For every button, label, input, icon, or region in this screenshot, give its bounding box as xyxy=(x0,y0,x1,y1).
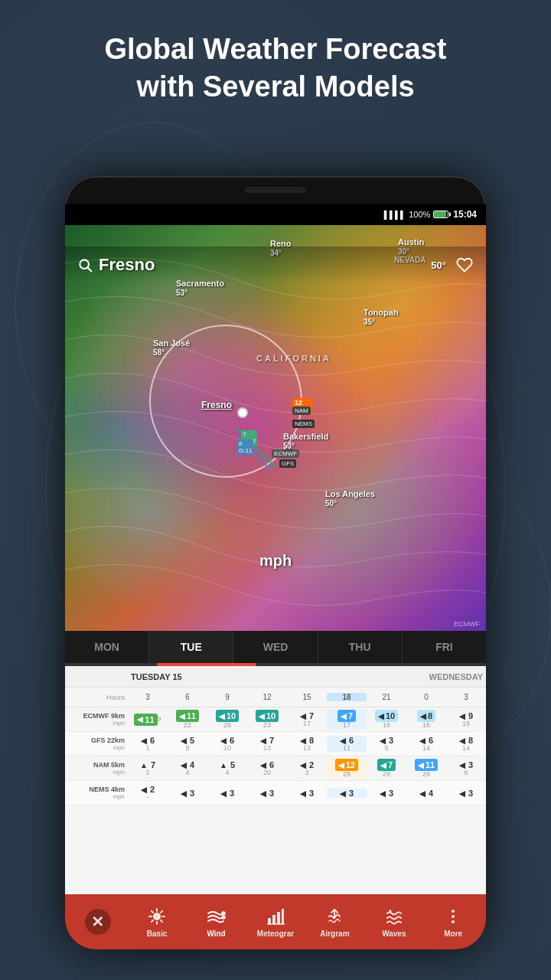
hour-15: 15 xyxy=(287,693,327,701)
ecmwf-label: ECMWF 9km mph xyxy=(65,712,128,727)
hour-21: 21 xyxy=(367,693,406,701)
gfs-cell-3: ◀ 713 xyxy=(247,736,287,752)
nav-close[interactable]: ✕ xyxy=(68,903,127,941)
nam-cell-6: ◀ 729 xyxy=(367,759,406,778)
nav-meteograr[interactable]: Meteograr xyxy=(246,900,305,944)
date-tuesday: TUESDAY 15 xyxy=(128,672,307,681)
ecmwf-cell-6: ◀ 1016 xyxy=(367,710,406,729)
data-table[interactable]: TUESDAY 15 WEDNESDAY Hours 3 6 9 12 15 1… xyxy=(65,666,486,894)
ecmwf-cell-7: ◀ 816 xyxy=(406,710,446,729)
nems-cell-0: ◀ 2- xyxy=(128,785,168,801)
svg-rect-22 xyxy=(268,918,271,924)
nam-cell-8: ◀ 36 xyxy=(446,760,486,776)
battery-percent: 100% xyxy=(409,210,430,219)
scroll-indicator xyxy=(65,663,486,666)
tab-thu[interactable]: THU xyxy=(318,631,403,663)
ecmwf-cell-5: ◀ 717 xyxy=(327,710,367,729)
nems-cell-4: ◀ 3 xyxy=(287,789,327,798)
model-tag-nems: NEMS xyxy=(292,415,315,429)
tab-wed[interactable]: WED xyxy=(233,631,318,663)
gfs-cell-2: ◀ 610 xyxy=(207,736,247,752)
hour-18: 18 xyxy=(327,693,367,701)
svg-point-11 xyxy=(153,913,161,920)
svg-rect-23 xyxy=(272,915,276,924)
nems-cell-2: ◀ 3 xyxy=(207,789,247,798)
nam-label: NAM 5km mph xyxy=(65,761,128,776)
svg-line-6 xyxy=(87,267,91,271)
battery-icon xyxy=(433,211,448,218)
nems-cell-6: ◀ 3 xyxy=(367,789,406,798)
nems-cell-3: ◀ 3 xyxy=(247,789,287,798)
status-bar: ▌▌▌▌ 100% 15:04 xyxy=(65,204,486,225)
nav-more[interactable]: More xyxy=(424,900,483,944)
svg-line-17 xyxy=(161,920,162,922)
day-tabs: MON TUE WED THU FRI xyxy=(65,631,486,663)
model-tags: NAM xyxy=(292,407,311,415)
nems-cell-5: ◀ 3 xyxy=(327,789,367,798)
svg-line-16 xyxy=(152,911,153,913)
svg-rect-25 xyxy=(282,909,284,924)
phone-frame: ▌▌▌▌ 100% 15:04 xyxy=(65,176,486,949)
nav-meteograr-label: Meteograr xyxy=(257,929,294,938)
tab-fri[interactable]: FRI xyxy=(403,631,486,663)
hour-0: 0 xyxy=(406,693,446,701)
city-losangeles: Los Angeles50° xyxy=(325,489,375,508)
nav-waves-label: Waves xyxy=(382,929,406,938)
city-name-label: Fresno xyxy=(99,255,431,275)
svg-rect-24 xyxy=(277,912,280,924)
svg-point-30 xyxy=(452,920,455,923)
svg-line-19 xyxy=(152,920,153,922)
nam-cell-3: ◀ 620 xyxy=(247,760,287,776)
speed-unit: mph xyxy=(259,552,292,570)
nam-cell-7: ◀ 1129 xyxy=(406,759,446,778)
waves-icon xyxy=(383,906,405,927)
ecmwf-row: ECMWF 9km mph ◀ 11 9 ◀ 1122 ◀ 1026 ◀ 102… xyxy=(65,707,486,732)
bottom-nav: ✕ Basic xyxy=(65,894,486,949)
nems-cell-8: ◀ 3 xyxy=(446,789,486,798)
nems-cell-7: ◀ 4 xyxy=(406,789,446,798)
svg-line-18 xyxy=(161,911,162,913)
tag-ecmwf: ECMWF xyxy=(272,449,299,458)
time-display: 15:04 xyxy=(453,209,477,220)
top-bar: Fresno 50° xyxy=(65,247,486,283)
gfs-cell-0: ◀ 61 xyxy=(128,736,168,752)
gfs-row: GFS 22km mph ◀ 61 ◀ 58 ◀ 610 ◀ 713 ◀ 813… xyxy=(65,732,486,756)
nav-airgram[interactable]: Airgram xyxy=(305,900,364,944)
svg-point-28 xyxy=(452,910,455,913)
city-tonopah: Tonopah35° xyxy=(364,308,399,326)
nems-row: NEMS 4km mph ◀ 2- ◀ 3 ◀ 3 ◀ 3 ◀ 3 ◀ 3 ◀ … xyxy=(65,781,486,805)
gfs-cell-6: ◀ 35 xyxy=(367,736,406,752)
nam-cell-5: ◀ 1229 xyxy=(327,759,367,778)
hour-6: 6 xyxy=(168,693,207,701)
city-bakersfield: Bakersfield53° xyxy=(283,432,328,450)
nav-waves[interactable]: Waves xyxy=(364,900,423,944)
tab-mon[interactable]: MON xyxy=(65,631,149,663)
gfs-label: GFS 22km mph xyxy=(65,737,128,751)
ecmwf-cell-8: ◀ 918 xyxy=(446,711,486,727)
map-area[interactable]: Fresno 50° Reno34° Austin30° NEVADA Sacr… xyxy=(65,225,486,631)
hour-12: 12 xyxy=(247,693,287,701)
nav-basic[interactable]: Basic xyxy=(127,900,186,944)
nam-row: NAM 5km mph ▲ 72 ◀ 44 ▲ 54 ◀ 620 ◀ 23 ◀ … xyxy=(65,756,486,781)
more-icon xyxy=(442,906,464,927)
tab-tue[interactable]: TUE xyxy=(149,631,233,663)
nav-wind[interactable]: Wind xyxy=(187,900,246,944)
gfs-cell-1: ◀ 58 xyxy=(168,736,207,752)
search-button[interactable] xyxy=(74,254,96,276)
model-val-6: 6 G:11 xyxy=(237,439,253,455)
hours-row: Hours 3 6 9 12 15 18 21 0 3 xyxy=(65,688,486,707)
city-temp-label: 50° xyxy=(431,260,446,271)
ecmwf-watermark: ECMWF xyxy=(454,620,480,628)
nav-more-label: More xyxy=(444,929,462,938)
gfs-cell-8: ◀ 814 xyxy=(446,736,486,752)
gfs-cell-5: ◀ 611 xyxy=(327,736,367,752)
wind-icon xyxy=(206,906,227,927)
favorite-button[interactable] xyxy=(452,253,477,277)
date-header-row: TUESDAY 15 WEDNESDAY xyxy=(65,666,486,688)
close-icon: ✕ xyxy=(85,909,111,935)
sun-icon xyxy=(146,906,168,927)
date-wednesday: WEDNESDAY xyxy=(307,672,486,681)
tag-gfs: GFS xyxy=(279,459,296,468)
nav-basic-label: Basic xyxy=(147,929,168,938)
hour-3b: 3 xyxy=(446,693,486,701)
